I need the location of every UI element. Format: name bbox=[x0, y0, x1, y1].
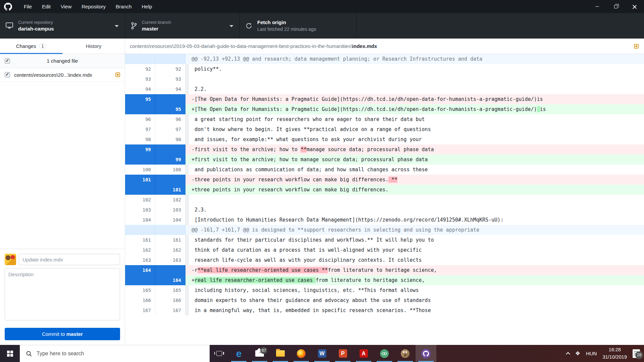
menu-item-branch[interactable]: Branch bbox=[111, 0, 137, 13]
commit-description-input[interactable] bbox=[5, 268, 120, 320]
powerpoint-icon: P bbox=[339, 349, 347, 358]
old-line-number bbox=[125, 155, 155, 165]
diff-row-hunk[interactable]: @@ -92,13 +92,13 @@ and research; data m… bbox=[125, 54, 644, 64]
taskbar-powerpoint[interactable]: P bbox=[332, 345, 353, 362]
diff-row-context[interactable]: 9696 a great starting point for research… bbox=[125, 114, 644, 124]
gutter-strip bbox=[185, 255, 189, 265]
taskbar-search[interactable]: Type here to search bbox=[20, 345, 210, 362]
tab-history[interactable]: History bbox=[62, 39, 125, 54]
monitor-icon bbox=[5, 22, 13, 29]
commit-form: Commit to master bbox=[0, 249, 125, 345]
current-repository-dropdown[interactable]: Current repository dariah-campus bbox=[0, 13, 125, 39]
tab-history-label: History bbox=[86, 43, 102, 49]
taskbar-github-desktop[interactable] bbox=[416, 345, 436, 362]
changed-file-row[interactable]: contents\resources\20...\index.mdx bbox=[0, 68, 125, 82]
taskbar-edge[interactable]: e bbox=[228, 345, 249, 362]
diff-row-add[interactable]: 101+three points in your research workfl… bbox=[125, 185, 644, 195]
diff-row-context[interactable]: 9393 bbox=[125, 74, 644, 84]
taskbar-acrobat[interactable]: A bbox=[353, 345, 374, 362]
toolbar: Current repository dariah-campus Current… bbox=[0, 13, 644, 39]
diff-row-context[interactable]: 167167 in a meaningful way, that is, emb… bbox=[125, 305, 644, 315]
taskbar-firefox[interactable] bbox=[291, 345, 312, 362]
mail-badge: 97 bbox=[260, 347, 267, 354]
old-line-number: 102 bbox=[125, 195, 155, 205]
search-placeholder-text: Type here to search bbox=[37, 351, 84, 357]
diff-row-context[interactable]: 161161 standards for their particular di… bbox=[125, 235, 644, 245]
action-center-icon[interactable]: 28 bbox=[633, 349, 640, 358]
tray-chevron-up-icon[interactable] bbox=[566, 352, 570, 356]
diff-row-add[interactable]: 164+real life researcher-oriented use ca… bbox=[125, 275, 644, 285]
taskbar-file-explorer[interactable] bbox=[270, 345, 291, 362]
diff-row-del[interactable]: 101-three points in your research workfl… bbox=[125, 175, 644, 185]
diff-row-context[interactable]: 102102 bbox=[125, 195, 644, 205]
menu-item-edit[interactable]: Edit bbox=[37, 0, 56, 13]
minimize-button[interactable] bbox=[588, 0, 606, 13]
diff-row-del[interactable]: 95-[The Open Data for Humanists: a Pragm… bbox=[125, 94, 644, 104]
diff-row-hunk[interactable]: @@ -161,7 +161,7 @@ is designed to **sup… bbox=[125, 225, 644, 235]
new-line-number: 166 bbox=[155, 295, 185, 305]
diff-file-path-header: contents\resources\2019-05-03-dariah-gui… bbox=[125, 39, 644, 54]
diff-row-context[interactable]: 9898 and issues, for example:** what que… bbox=[125, 134, 644, 144]
restore-button[interactable] bbox=[606, 0, 625, 13]
old-line-number bbox=[125, 54, 155, 64]
diff-line-text: -three points in your research workflow … bbox=[189, 175, 644, 185]
old-line-number: 100 bbox=[125, 165, 155, 175]
diff-row-context[interactable]: 9292 policy**. bbox=[125, 64, 644, 74]
diff-row-context[interactable]: 165165 including history, social science… bbox=[125, 285, 644, 295]
diff-row-add[interactable]: 99+first visit to the archive; how to ma… bbox=[125, 155, 644, 165]
diff-row-context[interactable]: 163163 research life-cycle as well as wi… bbox=[125, 255, 644, 265]
dropbox-icon[interactable]: ❖ bbox=[575, 350, 580, 357]
diff-row-context[interactable]: 9494 2.2. bbox=[125, 84, 644, 94]
new-line-number: 102 bbox=[155, 195, 185, 205]
diff-row-del[interactable]: 99-first visit to the archive; how to **… bbox=[125, 144, 644, 155]
taskbar-clock[interactable]: 16:28 31/10/2019 bbox=[602, 346, 627, 360]
diff-row-context[interactable]: 162162 think of data curation as a proce… bbox=[125, 245, 644, 255]
fetch-origin-button[interactable]: Fetch origin Last fetched 22 minutes ago bbox=[240, 13, 357, 39]
diff-line-text: a great starting point for researchers w… bbox=[189, 114, 644, 124]
taskbar-word[interactable]: W bbox=[312, 345, 332, 362]
diff-row-context[interactable]: 104104 [Introduction to Humanities Resea… bbox=[125, 215, 644, 225]
tab-changes[interactable]: Changes 1 bbox=[0, 39, 62, 54]
diff-row-context[interactable]: 100100 and publications as communication… bbox=[125, 165, 644, 175]
diff-line-text: think of data curation as a process that… bbox=[189, 245, 644, 255]
diff-row-del[interactable]: 164-r**eal life researcher-oriented use … bbox=[125, 265, 644, 275]
modified-file-icon bbox=[115, 72, 120, 77]
gutter-strip bbox=[185, 265, 189, 275]
menu-item-view[interactable]: View bbox=[56, 0, 76, 13]
taskbar-mail[interactable]: 97 bbox=[249, 345, 270, 362]
commit-summary-input[interactable] bbox=[19, 254, 120, 265]
chevron-down-icon bbox=[115, 25, 119, 27]
menu-item-repository[interactable]: Repository bbox=[76, 0, 111, 13]
firefox-icon bbox=[297, 349, 306, 358]
old-line-number bbox=[125, 104, 155, 114]
start-button[interactable] bbox=[0, 345, 20, 362]
diff-line-text: [Introduction to Humanities Research Dat… bbox=[189, 215, 644, 225]
gutter-strip bbox=[185, 94, 189, 104]
close-button[interactable] bbox=[625, 0, 644, 13]
current-branch-dropdown[interactable]: Current branch master bbox=[125, 13, 240, 39]
new-line-number: 165 bbox=[155, 285, 185, 295]
diff-row-add[interactable]: 95+[The Open Data for Humanists: a Pragm… bbox=[125, 104, 644, 114]
commit-button-branch: master bbox=[66, 331, 83, 337]
sidebar-empty-area bbox=[0, 82, 125, 249]
menu-item-file[interactable]: File bbox=[19, 0, 37, 13]
file-checkbox[interactable] bbox=[5, 72, 10, 77]
fetch-origin-label: Fetch origin bbox=[257, 19, 316, 26]
old-line-number: 92 bbox=[125, 64, 155, 74]
gutter-strip bbox=[185, 84, 189, 94]
commit-button[interactable]: Commit to master bbox=[5, 328, 120, 340]
diff-row-context[interactable]: 9797 don't know where to begin. It gives… bbox=[125, 124, 644, 134]
gutter-strip bbox=[185, 74, 189, 84]
diff-line-text: -first visit to the archive; how to **ma… bbox=[189, 144, 644, 155]
menu-item-help[interactable]: Help bbox=[137, 0, 157, 13]
new-line-number: 164 bbox=[155, 275, 185, 285]
github-logo-icon bbox=[4, 3, 12, 11]
language-indicator[interactable]: HUN bbox=[586, 351, 597, 356]
taskbar-gimp[interactable] bbox=[395, 345, 416, 362]
diff-line-text: and publications as communication of dat… bbox=[189, 165, 644, 175]
diff-row-context[interactable]: 166166 domain experts to share their gui… bbox=[125, 295, 644, 305]
task-view-button[interactable] bbox=[210, 345, 228, 362]
taskbar-atom[interactable] bbox=[374, 345, 395, 362]
diff-row-context[interactable]: 103103 2.3. bbox=[125, 205, 644, 215]
windows-taskbar: Type here to search e 97 W P A ❖ bbox=[0, 345, 644, 362]
